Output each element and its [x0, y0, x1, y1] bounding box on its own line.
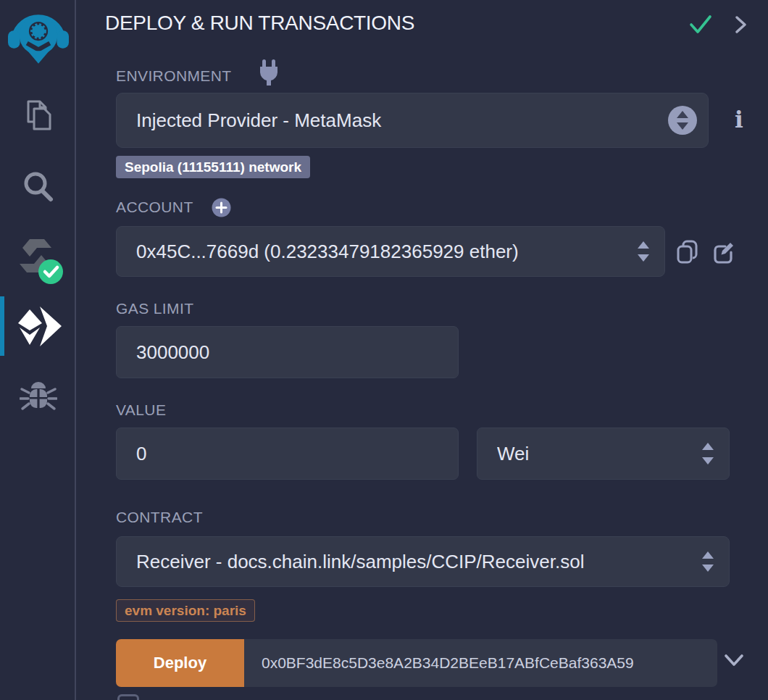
remix-logo-icon [0, 6, 76, 67]
network-badge: Sepolia (11155111) network [116, 156, 310, 178]
contract-selected-value: Receiver - docs.chain.link/samples/CCIP/… [136, 551, 701, 573]
search-icon[interactable] [0, 167, 76, 207]
account-updown-icon [637, 240, 650, 263]
add-account-plus-icon[interactable] [212, 198, 231, 217]
account-select[interactable]: 0x45C...7669d (0.23233479182365929 ether… [116, 226, 665, 277]
environment-select[interactable]: Injected Provider - MetaMask [116, 93, 709, 148]
gas-limit-label: GAS LIMIT [116, 300, 193, 317]
icon-sidebar [0, 0, 76, 700]
edit-account-icon[interactable] [712, 239, 737, 265]
value-unit-selected: Wei [497, 443, 701, 465]
value-unit-select[interactable]: Wei [477, 428, 730, 480]
environment-label: ENVIRONMENT [116, 67, 232, 85]
value-label: VALUE [116, 401, 166, 419]
plug-icon[interactable] [255, 58, 283, 88]
debugger-bug-icon[interactable] [0, 375, 76, 417]
contract-select[interactable]: Receiver - docs.chain.link/samples/CCIP/… [116, 536, 730, 587]
account-label: ACCOUNT [116, 199, 193, 216]
solidity-compiler-icon[interactable] [0, 233, 76, 286]
environment-ok-check-icon [688, 14, 713, 36]
value-unit-updown-icon [701, 441, 714, 466]
contract-updown-icon [701, 550, 714, 573]
collapse-panel-chevron-icon[interactable] [732, 14, 749, 35]
contract-label: CONTRACT [116, 509, 203, 526]
value-input[interactable] [116, 428, 459, 480]
gas-limit-input[interactable] [116, 326, 459, 378]
page-title: DEPLOY & RUN TRANSACTIONS [105, 12, 414, 35]
file-explorer-icon[interactable] [0, 96, 76, 136]
deploy-expand-chevron-icon[interactable] [723, 652, 745, 668]
deploy-constructor-arg-input[interactable] [244, 639, 717, 687]
deploy-run-icon[interactable] [0, 304, 76, 349]
evm-version-badge: evm version: paris [116, 599, 255, 622]
account-selected-value: 0x45C...7669d (0.23233479182365929 ether… [136, 241, 637, 263]
copy-account-icon[interactable] [675, 239, 700, 265]
deploy-button[interactable]: Deploy [116, 639, 244, 687]
environment-info-icon[interactable]: i [729, 107, 749, 133]
environment-selected-value: Injected Provider - MetaMask [136, 109, 693, 132]
environment-stepper-icon[interactable] [667, 105, 698, 136]
publish-to-ipfs-checkbox[interactable] [117, 694, 139, 700]
remix-deploy-run-panel: DEPLOY & RUN TRANSACTIONS ENVIRONMENT In… [0, 0, 768, 700]
